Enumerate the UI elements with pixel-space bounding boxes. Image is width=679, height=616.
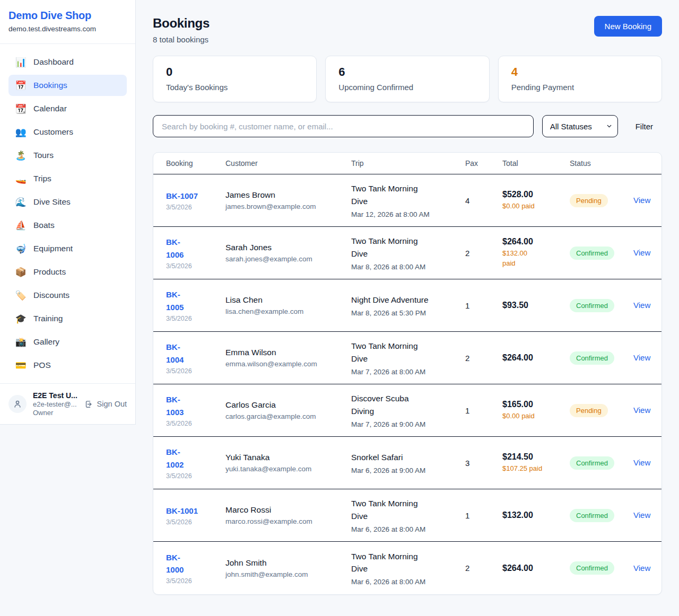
- sidebar-item-boats[interactable]: ⛵ Boats: [8, 215, 127, 236]
- booking-id-link[interactable]: BK-1003: [166, 393, 225, 418]
- cell-customer: Lisa Chen lisa.chen@example.com: [225, 295, 351, 315]
- table-header-row: Booking Customer Trip Pax Total Status: [153, 153, 661, 174]
- cell-pax: 2: [465, 354, 502, 363]
- customer-email: carlos.garcia@example.com: [225, 412, 351, 420]
- dive-sites-icon: 🌊: [15, 197, 27, 208]
- cell-booking: BK-1002 3/5/2026: [166, 446, 225, 480]
- calendar-icon: 📆: [15, 103, 27, 115]
- sidebar-item-gallery[interactable]: 📸 Gallery: [8, 331, 127, 353]
- cell-total: $165.00 $0.00 paid: [502, 400, 570, 421]
- cell-total: $93.50: [502, 301, 570, 310]
- sidebar-item-calendar[interactable]: 📆 Calendar: [8, 98, 127, 119]
- booking-id-link[interactable]: BK-1004: [166, 341, 225, 366]
- cell-total: $214.50 $107.25 paid: [502, 452, 570, 474]
- table-row: BK-1006 3/5/2026 Sarah Jones sarah.jones…: [153, 227, 661, 279]
- cell-actions: View: [629, 564, 650, 573]
- cell-status: Confirmed: [570, 456, 629, 470]
- table-row: BK-1001 3/5/2026 Marco Rossi marco.rossi…: [153, 489, 661, 542]
- table-body: BK-1007 3/5/2026 James Brown james.brown…: [153, 174, 661, 594]
- booking-id-link[interactable]: BK-1005: [166, 288, 225, 313]
- status-badge: Confirmed: [570, 299, 614, 312]
- sidebar-item-label: Training: [33, 314, 63, 323]
- customer-email: emma.wilson@example.com: [225, 360, 351, 368]
- boats-icon: ⛵: [15, 220, 27, 231]
- sign-out-button[interactable]: Sign Out: [84, 400, 127, 409]
- sidebar-item-customers[interactable]: 👥 Customers: [8, 121, 127, 143]
- col-header-customer: Customer: [225, 159, 351, 168]
- total-amount: $528.00: [502, 190, 570, 199]
- cell-status: Confirmed: [570, 561, 629, 575]
- booking-date: 3/5/2026: [166, 518, 225, 526]
- trip-name: Two Tank MorningDive: [351, 340, 465, 365]
- cell-status: Pending: [570, 194, 629, 207]
- booking-id-link[interactable]: BK-1007: [166, 190, 225, 202]
- booking-date: 3/5/2026: [166, 204, 225, 211]
- view-link[interactable]: View: [629, 353, 650, 362]
- trip-name: Discover ScubaDiving: [351, 392, 465, 417]
- view-link[interactable]: View: [629, 511, 650, 520]
- view-link[interactable]: View: [629, 248, 650, 257]
- view-link[interactable]: View: [629, 564, 650, 573]
- view-link[interactable]: View: [629, 406, 650, 415]
- status-badge: Confirmed: [570, 351, 614, 365]
- cell-customer: Sarah Jones sarah.jones@example.com: [225, 243, 351, 263]
- sidebar-item-dive-sites[interactable]: 🌊 Dive Sites: [8, 191, 127, 213]
- cell-trip: Two Tank MorningDive Mar 12, 2026 at 8:0…: [351, 182, 465, 218]
- view-link[interactable]: View: [629, 301, 650, 310]
- user-icon: [13, 399, 22, 409]
- sidebar-item-pos[interactable]: 💳 POS: [8, 355, 127, 376]
- sidebar-item-bookings[interactable]: 📅 Bookings: [8, 75, 127, 96]
- table-row: BK-1002 3/5/2026 Yuki Tanaka yuki.tanaka…: [153, 437, 661, 489]
- customer-name: Yuki Tanaka: [225, 453, 351, 462]
- sign-out-icon: [84, 400, 93, 409]
- discounts-icon: 🏷️: [15, 290, 27, 301]
- bookings-icon: 📅: [15, 80, 27, 91]
- page-header-text: Bookings 8 total bookings: [153, 16, 210, 44]
- view-link[interactable]: View: [629, 458, 650, 467]
- cell-status: Confirmed: [570, 299, 629, 312]
- sidebar-item-label: Gallery: [33, 337, 59, 347]
- booking-id-link[interactable]: BK-1002: [166, 446, 225, 471]
- cell-booking: BK-1006 3/5/2026: [166, 236, 225, 270]
- trip-name: Two Tank MorningDive: [351, 235, 465, 260]
- search-input[interactable]: [153, 115, 534, 137]
- shop-name: Demo Dive Shop: [8, 10, 127, 22]
- status-badge: Pending: [570, 404, 608, 417]
- sidebar-item-label: Tours: [33, 151, 54, 160]
- cell-actions: View: [629, 406, 650, 415]
- sidebar-item-tours[interactable]: 🏝️ Tours: [8, 145, 127, 166]
- dashboard-icon: 📊: [15, 57, 27, 68]
- total-amount: $264.00: [502, 353, 570, 363]
- cell-customer: Yuki Tanaka yuki.tanaka@example.com: [225, 453, 351, 473]
- sidebar-item-training[interactable]: 🎓 Training: [8, 308, 127, 329]
- trip-datetime: Mar 6, 2026 at 8:00 AM: [351, 578, 465, 586]
- stat-value: 6: [338, 65, 476, 79]
- sidebar-item-equipment[interactable]: 🤿 Equipment: [8, 238, 127, 259]
- col-header-total: Total: [502, 159, 570, 168]
- sidebar-item-discounts[interactable]: 🏷️ Discounts: [8, 285, 127, 306]
- sidebar-item-dashboard[interactable]: 📊 Dashboard: [8, 51, 127, 73]
- total-amount: $264.00: [502, 564, 570, 573]
- equipment-icon: 🤿: [15, 243, 27, 254]
- sidebar-item-trips[interactable]: 🚤 Trips: [8, 168, 127, 189]
- sidebar-item-products[interactable]: 📦 Products: [8, 261, 127, 283]
- trip-datetime: Mar 6, 2026 at 8:00 AM: [351, 525, 465, 533]
- view-link[interactable]: View: [629, 196, 650, 205]
- booking-id-link[interactable]: BK-1000: [166, 551, 225, 576]
- status-filter-select[interactable]: All Statuses: [542, 115, 618, 137]
- filter-button[interactable]: Filter: [636, 122, 653, 131]
- booking-id-link[interactable]: BK-1001: [166, 505, 225, 517]
- cell-pax: 4: [465, 196, 502, 205]
- cell-trip: Discover ScubaDiving Mar 7, 2026 at 9:00…: [351, 392, 465, 428]
- stat-value: 0: [166, 65, 303, 79]
- status-badge: Confirmed: [570, 247, 614, 260]
- status-badge: Pending: [570, 194, 608, 207]
- trip-datetime: Mar 8, 2026 at 8:00 AM: [351, 263, 465, 271]
- stats-row: 0 Today's Bookings 6 Upcoming Confirmed …: [153, 56, 662, 102]
- new-booking-button[interactable]: New Booking: [594, 16, 662, 37]
- booking-id-link[interactable]: BK-1006: [166, 236, 225, 261]
- cell-booking: BK-1001 3/5/2026: [166, 505, 225, 526]
- cell-status: Confirmed: [570, 351, 629, 365]
- table-row: BK-1004 3/5/2026 Emma Wilson emma.wilson…: [153, 332, 661, 384]
- products-icon: 📦: [15, 267, 27, 278]
